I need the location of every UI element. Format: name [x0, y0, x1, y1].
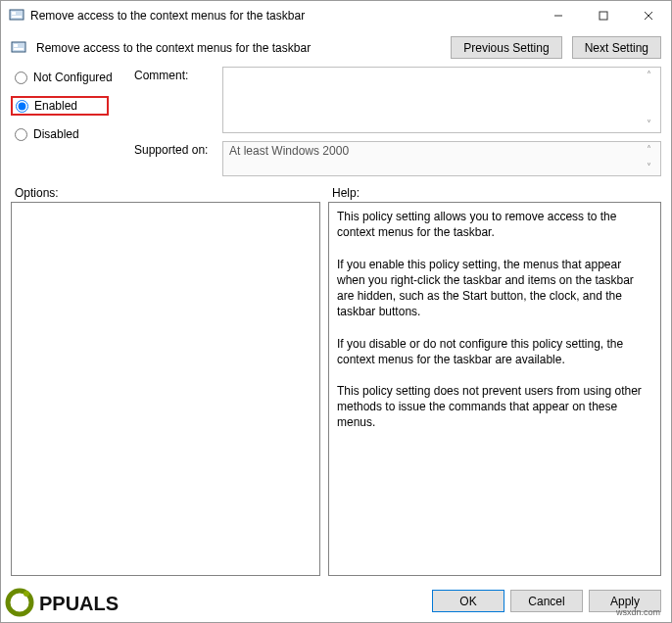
svg-rect-1: [12, 12, 16, 15]
help-panel: This policy setting allows you to remove…: [328, 202, 661, 576]
svg-rect-9: [14, 48, 24, 50]
config-area: Not Configured Enabled Disabled Comment:…: [1, 69, 671, 182]
comment-row: Comment: ˄˅: [134, 67, 661, 133]
comment-box-container: ˄˅: [222, 67, 661, 133]
radio-disabled-label: Disabled: [33, 127, 79, 141]
options-panel: [11, 202, 320, 576]
radio-enabled-input[interactable]: [16, 100, 28, 113]
header-row: Remove access to the context menus for t…: [1, 30, 671, 69]
maximize-button[interactable]: [581, 1, 626, 30]
svg-rect-2: [12, 16, 22, 18]
supported-scrollbar[interactable]: ˄˅: [647, 145, 658, 172]
section-labels: Options: Help:: [1, 182, 671, 202]
state-radios: Not Configured Enabled Disabled: [11, 69, 126, 176]
title-bar: Remove access to the context menus for t…: [1, 1, 671, 30]
comment-input[interactable]: [223, 68, 660, 132]
radio-not-configured[interactable]: Not Configured: [11, 69, 126, 86]
next-setting-button[interactable]: Next Setting: [572, 36, 661, 59]
radio-not-configured-label: Not Configured: [33, 71, 113, 84]
policy-title: Remove access to the context menus for t…: [36, 41, 441, 55]
app-icon: [9, 8, 24, 24]
title-text: Remove access to the context menus for t…: [30, 9, 536, 23]
radio-enabled[interactable]: Enabled: [11, 96, 109, 116]
radio-not-configured-input[interactable]: [15, 72, 27, 84]
svg-rect-8: [14, 44, 18, 47]
close-button[interactable]: [626, 1, 671, 30]
radio-disabled-input[interactable]: [15, 128, 27, 141]
comment-scrollbar[interactable]: ˄˅: [647, 71, 658, 129]
supported-value: At least Windows 2000: [229, 144, 349, 158]
minimize-button[interactable]: [536, 1, 581, 30]
supported-row: Supported on: At least Windows 2000 ˄˅: [134, 141, 661, 176]
radio-enabled-label: Enabled: [34, 99, 77, 113]
svg-rect-4: [600, 12, 607, 20]
cancel-button[interactable]: Cancel: [510, 590, 583, 612]
ok-button[interactable]: OK: [432, 590, 504, 612]
dialog-window: Remove access to the context menus for t…: [0, 0, 672, 623]
radio-disabled[interactable]: Disabled: [11, 125, 126, 143]
apply-button[interactable]: Apply: [589, 590, 661, 612]
help-label: Help:: [332, 186, 360, 200]
policy-icon: [11, 40, 26, 56]
panels: This policy setting allows you to remove…: [1, 202, 671, 582]
options-label: Options:: [15, 186, 332, 200]
comment-label: Comment:: [134, 67, 215, 82]
supported-box: At least Windows 2000 ˄˅: [222, 141, 661, 176]
supported-label: Supported on:: [134, 141, 215, 157]
window-controls: [536, 1, 671, 30]
right-column: Comment: ˄˅ Supported on: At least Windo…: [134, 67, 661, 176]
dialog-footer: OK Cancel Apply: [1, 582, 671, 622]
previous-setting-button[interactable]: Previous Setting: [451, 36, 561, 59]
